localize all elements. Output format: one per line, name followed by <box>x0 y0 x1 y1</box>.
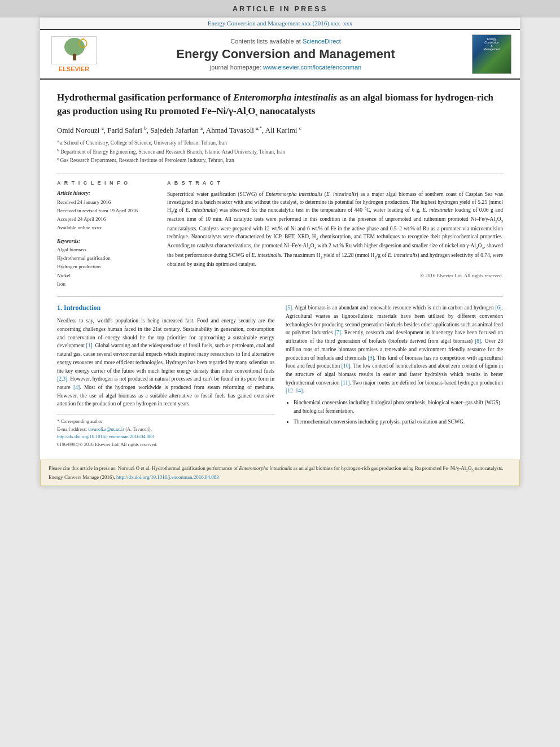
homepage-line: journal homepage: www.elsevier.com/locat… <box>210 64 361 71</box>
intro-left-column: 1. Introduction Needless to say, world's… <box>57 304 274 448</box>
keywords-section: Keywords: Algal biomass Hydrothermal gas… <box>57 238 156 289</box>
article-in-press-banner: ARTICLE IN PRESS <box>0 0 560 18</box>
affiliations: a a School of Chemistry, College of Scie… <box>57 138 503 164</box>
citation-bar: Please cite this article in press as: No… <box>40 460 520 486</box>
bullet-item-1: Biochemical conversions including biolog… <box>294 399 503 415</box>
copyright-line: © 2016 Elsevier Ltd. All rights reserved… <box>167 273 503 278</box>
journal-header-center: Contents lists available at ScienceDirec… <box>108 34 463 74</box>
article-info-column: A R T I C L E I N F O Article history: R… <box>57 180 156 289</box>
received-date: Received 24 January 2016 <box>57 198 156 207</box>
footnotes: * Corresponding author. E-mail address: … <box>57 414 274 448</box>
svg-rect-2 <box>73 54 76 60</box>
journal-title: Energy Conversion and Management <box>176 47 395 62</box>
citation-title-italic: Enteromorpha intestinalis <box>239 465 292 471</box>
article-info-header: A R T I C L E I N F O <box>57 180 156 186</box>
footnote-email: E-mail address: tavasoli.a@ut.ac.ir (A. … <box>57 426 274 434</box>
keyword-5: Iron <box>57 280 156 289</box>
abstract-text: Supercritical water gasification (SCWG) … <box>167 190 503 269</box>
footnote-corresponding: * Corresponding author. <box>57 418 274 426</box>
article-body: Hydrothermal gasification performance of… <box>40 80 520 460</box>
accepted-date: Accepted 24 April 2016 <box>57 215 156 224</box>
journal-ref-text: Energy Conversion and Management xxx (20… <box>208 20 352 27</box>
elsevier-logo-container: ELSEVIER <box>46 34 102 74</box>
affil-b: b Department of Energy Engineering, Scie… <box>57 147 503 156</box>
intro-paragraph-1: Needless to say, world's population is b… <box>57 317 274 408</box>
online-date: Available online xxxx <box>57 224 156 232</box>
abstract-header: A B S T R A C T <box>167 180 503 186</box>
email-link[interactable]: tavasoli.a@ut.ac.ir <box>88 426 124 432</box>
journal-ref-line: Energy Conversion and Management xxx (20… <box>40 18 520 29</box>
article-info-abstract-section: A R T I C L E I N F O Article history: R… <box>57 173 503 289</box>
citation-doi-link[interactable]: http://dx.doi.org/10.1016/j.enconman.201… <box>116 474 219 480</box>
title-part1: Hydrothermal gasification performance of <box>57 92 233 103</box>
keyword-2: Hydrothermal gasification <box>57 254 156 263</box>
journal-cover: EnergyConversion&Management <box>469 34 514 74</box>
authors-line: Omid Norouzi a, Farid Safari b, Sajedeh … <box>57 125 503 135</box>
doi-link[interactable]: http://dx.doi.org/10.1016/j.enconman.201… <box>57 434 154 439</box>
contents-line: Contents lists available at ScienceDirec… <box>230 38 341 45</box>
journal-cover-title: EnergyConversion&Management <box>482 37 501 51</box>
homepage-url[interactable]: www.elsevier.com/locate/enconman <box>263 64 361 71</box>
keyword-3: Hydrogen production <box>57 263 156 271</box>
affil-a: a a School of Chemistry, College of Scie… <box>57 138 503 147</box>
footnote-issn: 0196-8904/© 2016 Elsevier Ltd. All right… <box>57 441 274 449</box>
keyword-4: Nickel <box>57 272 156 280</box>
elsevier-text: ELSEVIER <box>59 65 89 72</box>
abstract-column: A B S T R A C T Supercritical water gasi… <box>167 180 503 289</box>
bullet-item-2: Thermochemical conversions including pyr… <box>294 418 503 426</box>
keyword-1: Algal biomass <box>57 246 156 254</box>
affil-c: c Gas Research Department, Research Inst… <box>57 156 503 164</box>
citation-text-part1: Please cite this article in press as: No… <box>49 465 239 471</box>
article-title: Hydrothermal gasification performance of… <box>57 91 503 119</box>
introduction-section: 1. Introduction Needless to say, world's… <box>57 304 503 448</box>
title-italic: Enteromorpha intestinalis <box>233 92 337 103</box>
intro-section-title: 1. Introduction <box>57 304 274 312</box>
elsevier-logo: ELSEVIER <box>51 36 97 72</box>
revised-date: Received in revised form 19 April 2016 <box>57 207 156 215</box>
journal-cover-image: EnergyConversion&Management <box>472 34 511 74</box>
intro-paragraph-2: [5]. Algal biomass is an abundant and re… <box>286 304 503 395</box>
footnote-doi: http://dx.doi.org/10.1016/j.enconman.201… <box>57 433 274 441</box>
article-page: Energy Conversion and Management xxx (20… <box>40 18 520 486</box>
journal-header: ELSEVIER Contents lists available at Sci… <box>40 29 520 80</box>
intro-right-column: [5]. Algal biomass is an abundant and re… <box>286 304 503 448</box>
section-divider <box>57 296 503 297</box>
bullet-list: Biochemical conversions including biolog… <box>286 399 503 426</box>
keywords-label: Keywords: <box>57 238 156 244</box>
elsevier-graphic <box>51 36 97 64</box>
sciencedirect-link[interactable]: ScienceDirect <box>303 38 341 45</box>
article-history-label: Article history: <box>57 190 156 196</box>
